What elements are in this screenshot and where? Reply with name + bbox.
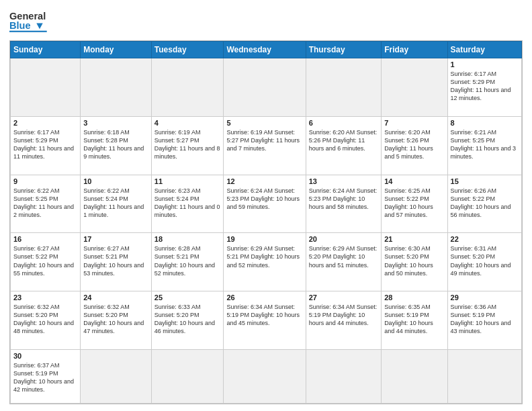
- svg-text:Blue: Blue: [9, 20, 31, 31]
- day-number: 25: [154, 293, 221, 302]
- day-number: 14: [384, 177, 444, 185]
- calendar-cell: 29Sunrise: 6:36 AM Sunset: 5:19 PM Dayli…: [447, 291, 521, 350]
- day-number: 12: [226, 177, 302, 185]
- calendar-cell: 20Sunrise: 6:29 AM Sunset: 5:20 PM Dayli…: [306, 233, 381, 291]
- day-info: Sunrise: 6:21 AM Sunset: 5:25 PM Dayligh…: [451, 128, 519, 161]
- day-header-row: SundayMondayTuesdayWednesdayThursdayFrid…: [11, 42, 522, 58]
- calendar-cell: [447, 349, 521, 403]
- day-number: 20: [309, 235, 378, 243]
- day-info: Sunrise: 6:35 AM Sunset: 5:19 PM Dayligh…: [384, 303, 444, 336]
- calendar-cell: 24Sunrise: 6:32 AM Sunset: 5:20 PM Dayli…: [81, 291, 152, 350]
- day-number: 5: [226, 119, 302, 127]
- page: General Blue SundayMondayTuesdayWednesda…: [0, 0, 532, 411]
- day-number: 19: [226, 235, 302, 243]
- week-row-4: 23Sunrise: 6:32 AM Sunset: 5:20 PM Dayli…: [11, 291, 522, 350]
- calendar-cell: [151, 58, 224, 117]
- calendar-cell: 22Sunrise: 6:31 AM Sunset: 5:20 PM Dayli…: [447, 233, 521, 291]
- calendar-cell: 13Sunrise: 6:24 AM Sunset: 5:23 PM Dayli…: [306, 175, 381, 233]
- day-number: 6: [309, 119, 378, 127]
- day-number: 30: [13, 352, 77, 360]
- day-info: Sunrise: 6:28 AM Sunset: 5:21 PM Dayligh…: [154, 244, 221, 277]
- day-info: Sunrise: 6:34 AM Sunset: 5:19 PM Dayligh…: [226, 303, 302, 327]
- calendar-cell: [224, 58, 306, 117]
- calendar-cell: 5Sunrise: 6:19 AM Sunset: 5:27 PM Daylig…: [224, 116, 306, 175]
- calendar-cell: [224, 349, 306, 403]
- day-info: Sunrise: 6:30 AM Sunset: 5:20 PM Dayligh…: [384, 244, 444, 277]
- day-info: Sunrise: 6:20 AM Sunset: 5:26 PM Dayligh…: [309, 128, 378, 152]
- svg-marker-2: [36, 24, 42, 30]
- calendar-cell: 30Sunrise: 6:37 AM Sunset: 5:19 PM Dayli…: [11, 349, 81, 403]
- calendar-cell: 15Sunrise: 6:26 AM Sunset: 5:22 PM Dayli…: [447, 175, 521, 233]
- calendar-cell: 25Sunrise: 6:33 AM Sunset: 5:20 PM Dayli…: [151, 291, 224, 350]
- day-header-saturday: Saturday: [447, 42, 521, 58]
- calendar-cell: 7Sunrise: 6:20 AM Sunset: 5:26 PM Daylig…: [382, 116, 447, 175]
- calendar-cell: [382, 58, 447, 117]
- day-number: 11: [154, 177, 221, 185]
- calendar-cell: [81, 349, 152, 403]
- calendar: SundayMondayTuesdayWednesdayThursdayFrid…: [9, 40, 523, 404]
- day-info: Sunrise: 6:31 AM Sunset: 5:20 PM Dayligh…: [451, 244, 519, 277]
- day-number: 17: [83, 235, 148, 243]
- day-info: Sunrise: 6:29 AM Sunset: 5:20 PM Dayligh…: [309, 244, 378, 269]
- day-number: 15: [451, 177, 519, 185]
- calendar-cell: 28Sunrise: 6:35 AM Sunset: 5:19 PM Dayli…: [382, 291, 447, 350]
- day-info: Sunrise: 6:19 AM Sunset: 5:27 PM Dayligh…: [226, 128, 302, 152]
- day-info: Sunrise: 6:32 AM Sunset: 5:20 PM Dayligh…: [13, 303, 77, 336]
- day-number: 7: [384, 119, 444, 127]
- logo-svg: General Blue: [9, 7, 50, 36]
- week-row-3: 16Sunrise: 6:27 AM Sunset: 5:22 PM Dayli…: [11, 233, 522, 291]
- day-number: 10: [83, 177, 148, 185]
- day-info: Sunrise: 6:17 AM Sunset: 5:29 PM Dayligh…: [13, 128, 77, 161]
- day-info: Sunrise: 6:17 AM Sunset: 5:29 PM Dayligh…: [451, 70, 519, 103]
- calendar-cell: 27Sunrise: 6:34 AM Sunset: 5:19 PM Dayli…: [306, 291, 381, 350]
- day-number: 23: [13, 293, 77, 302]
- day-number: 29: [451, 293, 519, 302]
- calendar-cell: 11Sunrise: 6:23 AM Sunset: 5:24 PM Dayli…: [151, 175, 224, 233]
- day-header-thursday: Thursday: [306, 42, 381, 58]
- day-info: Sunrise: 6:27 AM Sunset: 5:22 PM Dayligh…: [13, 244, 77, 277]
- day-info: Sunrise: 6:26 AM Sunset: 5:22 PM Dayligh…: [451, 187, 519, 220]
- week-row-0: 1Sunrise: 6:17 AM Sunset: 5:29 PM Daylig…: [11, 58, 522, 117]
- week-row-1: 2Sunrise: 6:17 AM Sunset: 5:29 PM Daylig…: [11, 116, 522, 175]
- calendar-cell: 8Sunrise: 6:21 AM Sunset: 5:25 PM Daylig…: [447, 116, 521, 175]
- day-header-wednesday: Wednesday: [224, 42, 306, 58]
- calendar-cell: 14Sunrise: 6:25 AM Sunset: 5:22 PM Dayli…: [382, 175, 447, 233]
- calendar-cell: 26Sunrise: 6:34 AM Sunset: 5:19 PM Dayli…: [224, 291, 306, 350]
- day-number: 8: [451, 119, 519, 127]
- week-row-5: 30Sunrise: 6:37 AM Sunset: 5:19 PM Dayli…: [11, 349, 522, 403]
- day-info: Sunrise: 6:24 AM Sunset: 5:23 PM Dayligh…: [309, 187, 378, 211]
- calendar-cell: [382, 349, 447, 403]
- calendar-cell: 10Sunrise: 6:22 AM Sunset: 5:24 PM Dayli…: [81, 175, 152, 233]
- calendar-cell: 19Sunrise: 6:29 AM Sunset: 5:21 PM Dayli…: [224, 233, 306, 291]
- svg-rect-3: [9, 31, 47, 32]
- day-header-tuesday: Tuesday: [151, 42, 224, 58]
- day-info: Sunrise: 6:24 AM Sunset: 5:23 PM Dayligh…: [226, 187, 302, 211]
- day-header-sunday: Sunday: [11, 42, 81, 58]
- day-number: 18: [154, 235, 221, 243]
- calendar-cell: 4Sunrise: 6:19 AM Sunset: 5:27 PM Daylig…: [151, 116, 224, 175]
- calendar-cell: [151, 349, 224, 403]
- day-info: Sunrise: 6:33 AM Sunset: 5:20 PM Dayligh…: [154, 303, 221, 336]
- day-number: 4: [154, 119, 221, 127]
- day-info: Sunrise: 6:20 AM Sunset: 5:26 PM Dayligh…: [384, 128, 444, 161]
- week-row-2: 9Sunrise: 6:22 AM Sunset: 5:25 PM Daylig…: [11, 175, 522, 233]
- header: General Blue: [9, 7, 523, 36]
- calendar-cell: [11, 58, 81, 117]
- day-info: Sunrise: 6:19 AM Sunset: 5:27 PM Dayligh…: [154, 128, 221, 161]
- day-number: 27: [309, 293, 378, 302]
- day-info: Sunrise: 6:29 AM Sunset: 5:21 PM Dayligh…: [226, 244, 302, 269]
- day-header-friday: Friday: [382, 42, 447, 58]
- calendar-cell: 6Sunrise: 6:20 AM Sunset: 5:26 PM Daylig…: [306, 116, 381, 175]
- day-info: Sunrise: 6:34 AM Sunset: 5:19 PM Dayligh…: [309, 303, 378, 327]
- calendar-cell: [81, 58, 152, 117]
- calendar-cell: 23Sunrise: 6:32 AM Sunset: 5:20 PM Dayli…: [11, 291, 81, 350]
- calendar-cell: [306, 58, 381, 117]
- day-info: Sunrise: 6:22 AM Sunset: 5:25 PM Dayligh…: [13, 187, 77, 220]
- day-info: Sunrise: 6:22 AM Sunset: 5:24 PM Dayligh…: [83, 187, 148, 220]
- calendar-cell: 17Sunrise: 6:27 AM Sunset: 5:21 PM Dayli…: [81, 233, 152, 291]
- day-number: 3: [83, 119, 148, 127]
- day-info: Sunrise: 6:37 AM Sunset: 5:19 PM Dayligh…: [13, 361, 77, 394]
- day-info: Sunrise: 6:18 AM Sunset: 5:28 PM Dayligh…: [83, 128, 148, 161]
- day-number: 16: [13, 235, 77, 243]
- logo: General Blue: [9, 7, 50, 36]
